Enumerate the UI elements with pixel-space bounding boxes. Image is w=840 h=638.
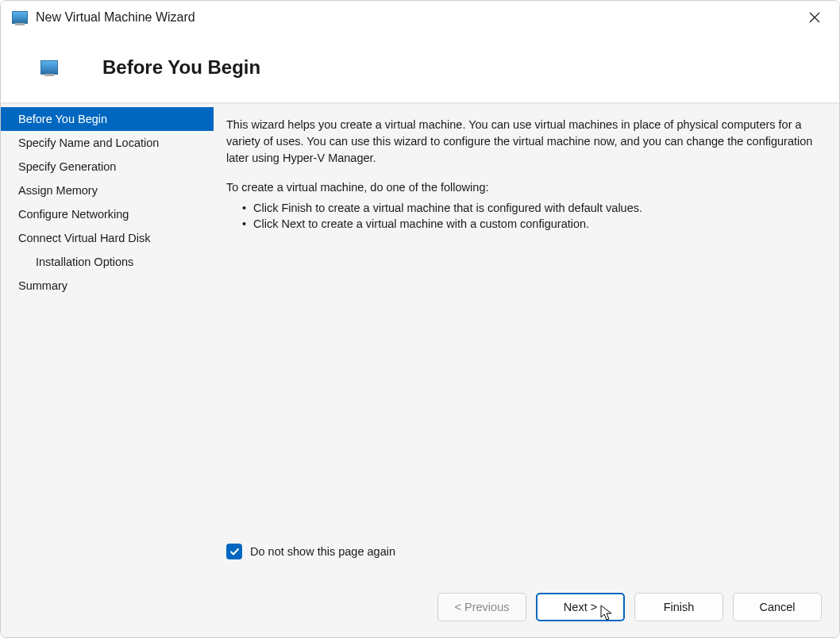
description-text: This wizard helps you create a virtual m… (226, 117, 820, 167)
sidebar-item-label: Assign Memory (18, 184, 98, 197)
do-not-show-checkbox[interactable] (226, 544, 242, 559)
sidebar-item-summary[interactable]: Summary (1, 274, 214, 298)
window-title: New Virtual Machine Wizard (36, 10, 796, 25)
bullet-item: Click Next to create a virtual machine w… (242, 216, 820, 232)
sidebar-item-specify-generation[interactable]: Specify Generation (1, 155, 214, 179)
sidebar-item-label: Summary (18, 279, 67, 292)
checkmark-icon (229, 547, 240, 557)
titlebar: New Virtual Machine Wizard (1, 1, 839, 34)
wizard-steps-sidebar: Before You Begin Specify Name and Locati… (1, 104, 214, 582)
bullet-list: Click Finish to create a virtual machine… (226, 200, 820, 233)
sidebar-item-label: Connect Virtual Hard Disk (18, 232, 151, 244)
close-button[interactable] (796, 5, 833, 30)
sidebar-item-label: Before You Begin (18, 113, 107, 125)
close-icon (809, 12, 820, 23)
header-section: Before You Begin (1, 34, 839, 103)
sidebar-item-before-you-begin[interactable]: Before You Begin (1, 107, 214, 131)
sidebar-item-label: Specify Generation (18, 160, 116, 173)
content-area: Before You Begin Specify Name and Locati… (1, 103, 839, 582)
sidebar-item-connect-vhd[interactable]: Connect Virtual Hard Disk (1, 226, 214, 250)
sidebar-item-configure-networking[interactable]: Configure Networking (1, 202, 214, 226)
finish-button[interactable]: Finish (634, 593, 723, 621)
instruction-text: To create a virtual machine, do one of t… (226, 181, 820, 194)
page-title: Before You Begin (102, 56, 260, 79)
sidebar-item-label: Specify Name and Location (18, 136, 159, 149)
wizard-window: New Virtual Machine Wizard Before You Be… (0, 0, 840, 638)
header-icon (40, 60, 58, 75)
checkbox-label: Do not show this page again (250, 545, 395, 558)
bullet-item: Click Finish to create a virtual machine… (242, 200, 820, 216)
sidebar-item-label: Installation Options (36, 256, 133, 268)
spacer (226, 239, 820, 544)
main-panel: This wizard helps you create a virtual m… (214, 104, 839, 582)
sidebar-item-assign-memory[interactable]: Assign Memory (1, 179, 214, 202)
previous-button: < Previous (437, 593, 526, 621)
app-icon (12, 11, 28, 24)
checkbox-row: Do not show this page again (226, 544, 820, 559)
next-button[interactable]: Next > (536, 593, 625, 621)
sidebar-item-specify-name[interactable]: Specify Name and Location (1, 131, 214, 155)
button-row: < Previous Next > Finish Cancel (1, 582, 839, 637)
sidebar-item-label: Configure Networking (18, 208, 129, 221)
cancel-button[interactable]: Cancel (733, 593, 822, 621)
sidebar-item-installation-options[interactable]: Installation Options (1, 250, 214, 274)
